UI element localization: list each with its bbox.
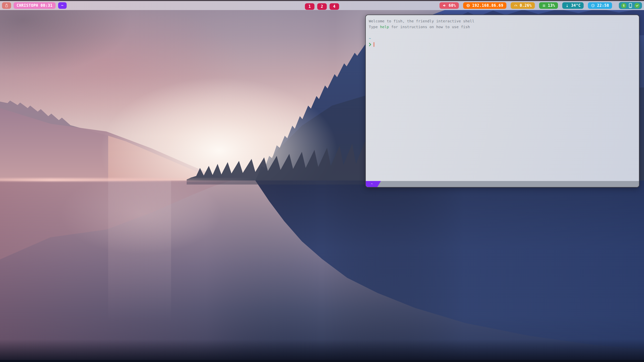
help-line-suffix: for instructions on how to use fish: [389, 25, 470, 29]
shell-indicator-label: ~: [61, 3, 64, 8]
status-bar: CHRISTOPH 00:31 ~ 1 2 4 60%: [0, 0, 644, 10]
memory-badge[interactable]: 13%: [539, 2, 558, 9]
prompt-chevron-icon: [369, 42, 371, 47]
check-tray-button[interactable]: [634, 3, 640, 8]
workspace-4-label: 4: [333, 4, 336, 9]
distro-badge[interactable]: [2, 2, 11, 9]
user-session-label: CHRISTOPH 00:31: [17, 3, 53, 8]
prompt-path: ~: [369, 36, 636, 41]
speaker-icon: [442, 4, 447, 8]
shell-indicator-badge[interactable]: ~: [58, 2, 67, 9]
workspace-1-label: 1: [308, 4, 311, 9]
clock-badge[interactable]: 22:58: [588, 2, 612, 9]
clock-value: 22:58: [597, 3, 609, 8]
network-ip-value: 192.168.86.69: [472, 3, 503, 8]
key-icon: [622, 4, 625, 7]
prompt-line: [369, 41, 636, 47]
user-session-badge[interactable]: CHRISTOPH 00:31: [14, 2, 56, 9]
volume-value: 60%: [449, 3, 456, 8]
memory-value: 13%: [548, 3, 555, 8]
clock-icon: [591, 4, 595, 8]
bar-left-group: CHRISTOPH 00:31 ~: [2, 2, 67, 9]
workspace-2-label: 2: [321, 4, 323, 9]
text-cursor: [374, 42, 374, 47]
bar-right-group: 60% 192.168.86.69 0.26%: [439, 2, 642, 9]
workspace-1-button[interactable]: 1: [305, 3, 314, 10]
temperature-value: 34°C: [571, 3, 581, 8]
terminal-content[interactable]: Welcome to fish, the friendly interactiv…: [366, 15, 639, 181]
desktop: CHRISTOPH 00:31 ~ 1 2 4 60%: [0, 0, 644, 362]
cpu-load-value: 0.26%: [520, 3, 532, 8]
globe-icon: [466, 4, 470, 8]
help-command-text: help: [380, 25, 389, 29]
gauge-icon: [514, 4, 518, 8]
network-badge[interactable]: 192.168.86.69: [463, 2, 506, 9]
cpu-load-badge[interactable]: 0.26%: [511, 2, 535, 9]
key-tray-button[interactable]: [621, 3, 626, 8]
tux-linux-icon: [4, 3, 9, 8]
memory-stack-icon: [542, 4, 546, 8]
terminal-window[interactable]: Welcome to fish, the friendly interactiv…: [365, 15, 639, 188]
terminal-tab-bar: ~: [366, 181, 639, 187]
workspace-switcher: 1 2 4: [305, 2, 339, 11]
phone-icon: [629, 3, 632, 8]
thermometer-icon: [565, 4, 569, 8]
volume-badge[interactable]: 60%: [439, 2, 459, 9]
fish-welcome-line: Welcome to fish, the friendly interactiv…: [369, 18, 636, 24]
terminal-tab-label: ~: [371, 182, 373, 186]
terminal-tab-home[interactable]: ~: [366, 181, 381, 187]
workspace-2-button[interactable]: 2: [317, 3, 327, 10]
check-icon: [636, 4, 639, 7]
temperature-badge[interactable]: 34°C: [562, 2, 584, 9]
system-tray: [619, 2, 642, 9]
workspace-4-button[interactable]: 4: [330, 3, 339, 10]
help-line-prefix: Type: [369, 25, 380, 29]
fish-help-line: Type help for instructions on how to use…: [369, 24, 636, 30]
phone-tray-button[interactable]: [629, 3, 632, 8]
blank-line: [369, 30, 636, 36]
